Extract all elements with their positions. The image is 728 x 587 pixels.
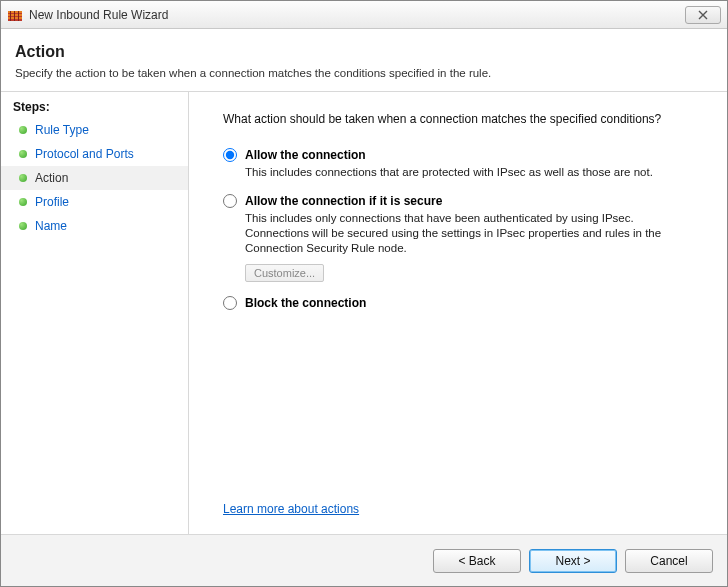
learn-more-link[interactable]: Learn more about actions: [223, 502, 359, 516]
cancel-button[interactable]: Cancel: [625, 549, 713, 573]
wizard-footer: < Back Next > Cancel: [1, 534, 727, 586]
wizard-header: Action Specify the action to be taken wh…: [1, 29, 727, 92]
window-title: New Inbound Rule Wizard: [29, 8, 685, 22]
svg-rect-4: [10, 11, 11, 21]
step-action[interactable]: Action: [1, 166, 188, 190]
close-button[interactable]: [685, 6, 721, 24]
radio-allow[interactable]: [223, 148, 237, 162]
step-bullet-icon: [19, 174, 27, 182]
steps-heading: Steps:: [1, 98, 188, 118]
option-allow-secure: Allow the connection if it is secure Thi…: [223, 194, 707, 282]
step-label: Name: [35, 218, 67, 234]
option-allow-row[interactable]: Allow the connection: [223, 148, 707, 162]
step-label: Protocol and Ports: [35, 146, 134, 162]
option-allow-secure-row[interactable]: Allow the connection if it is secure: [223, 194, 707, 208]
customize-button: Customize...: [245, 264, 324, 282]
radio-block[interactable]: [223, 296, 237, 310]
firewall-icon: [7, 7, 23, 23]
step-label: Rule Type: [35, 122, 89, 138]
option-allow-title: Allow the connection: [245, 148, 366, 162]
option-allow: Allow the connection This includes conne…: [223, 148, 707, 180]
step-bullet-icon: [19, 150, 27, 158]
option-block-row[interactable]: Block the connection: [223, 296, 707, 310]
page-subtitle: Specify the action to be taken when a co…: [15, 67, 713, 79]
svg-rect-6: [18, 11, 19, 21]
option-block-title: Block the connection: [245, 296, 366, 310]
wizard-body: Steps: Rule Type Protocol and Ports Acti…: [1, 92, 727, 534]
back-button[interactable]: < Back: [433, 549, 521, 573]
wizard-content: What action should be taken when a conne…: [189, 92, 727, 534]
step-name[interactable]: Name: [1, 214, 188, 238]
title-bar: New Inbound Rule Wizard: [1, 1, 727, 29]
next-button[interactable]: Next >: [529, 549, 617, 573]
step-label: Action: [35, 170, 68, 186]
option-allow-desc: This includes connections that are prote…: [245, 165, 665, 180]
step-label: Profile: [35, 194, 69, 210]
step-rule-type[interactable]: Rule Type: [1, 118, 188, 142]
close-icon: [697, 10, 709, 20]
page-title: Action: [15, 43, 713, 61]
option-allow-secure-title: Allow the connection if it is secure: [245, 194, 442, 208]
radio-allow-secure[interactable]: [223, 194, 237, 208]
step-profile[interactable]: Profile: [1, 190, 188, 214]
step-bullet-icon: [19, 126, 27, 134]
step-protocol-and-ports[interactable]: Protocol and Ports: [1, 142, 188, 166]
svg-rect-5: [14, 11, 15, 21]
option-block: Block the connection: [223, 296, 707, 310]
wizard-window: New Inbound Rule Wizard Action Specify t…: [0, 0, 728, 587]
step-bullet-icon: [19, 222, 27, 230]
option-allow-secure-desc: This includes only connections that have…: [245, 211, 665, 256]
question-text: What action should be taken when a conne…: [223, 112, 707, 126]
step-bullet-icon: [19, 198, 27, 206]
steps-sidebar: Steps: Rule Type Protocol and Ports Acti…: [1, 92, 189, 534]
